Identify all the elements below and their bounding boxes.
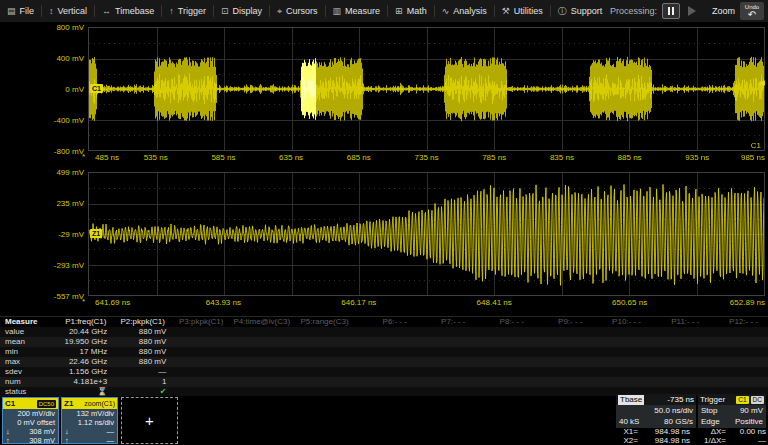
- measure-col-header-p10[interactable]: P10:- - -: [593, 317, 651, 327]
- tbase-chip: Tbase: [618, 395, 644, 405]
- c1-x-tick-label: 985 ns: [741, 153, 765, 162]
- menu-item-vertical[interactable]: ↕Vertical: [42, 0, 94, 22]
- processing-pause-button[interactable]: [662, 3, 680, 19]
- trigger-level: 90 mV: [740, 405, 763, 416]
- measure-value-cell: [413, 357, 472, 367]
- measure-col-header-p4[interactable]: P4:time@lv(C3): [233, 317, 300, 327]
- file-icon: ▤: [7, 6, 16, 16]
- z1-max-value: —: [107, 436, 115, 445]
- menu-item-display[interactable]: ⊡Display: [214, 0, 269, 22]
- undo-button[interactable]: Undo ↶: [740, 2, 764, 20]
- measure-value-cell: [591, 347, 650, 357]
- measure-value-cell: [176, 347, 235, 357]
- menu-item-math[interactable]: ⊞Math: [388, 0, 434, 22]
- menu-item-label: Cursors: [286, 6, 318, 16]
- measure-value-cell: [354, 377, 413, 387]
- z1-x-tick-label: 652.89 ns: [730, 298, 765, 307]
- z1-zoom-grid[interactable]: Z1: [88, 172, 765, 296]
- timebase-descriptor-box[interactable]: Tbase -735 ns 50.0 ns/div 40 kS80 GS/s: [616, 394, 696, 428]
- menu-item-label: Measure: [345, 6, 380, 16]
- measure-value-cell: [650, 357, 709, 367]
- c1-descriptor-box[interactable]: C1 DC50 200 mV/div 0 mV offset ↓308 mV ↑…: [2, 397, 59, 444]
- menu-bar: ▤File↕Vertical↔Timebase↑Trigger⊡Display⌖…: [0, 0, 768, 23]
- menu-item-file[interactable]: ▤File: [0, 0, 41, 22]
- measure-value-cell: [295, 367, 354, 377]
- measure-col-header-p9[interactable]: P9:- - -: [534, 317, 593, 327]
- measure-value-cell: [650, 377, 709, 387]
- trigger-level-marker[interactable]: ◀: [760, 79, 765, 86]
- measure-value-cell: [591, 377, 650, 387]
- z1-trace-canvas[interactable]: [89, 173, 764, 295]
- menu-item-label: Support: [571, 6, 603, 16]
- menu-item-trigger[interactable]: ↑Trigger: [162, 0, 213, 22]
- c1-channel-tag[interactable]: C1: [90, 84, 103, 93]
- measure-value-cell: 1.156 GHz: [58, 367, 117, 377]
- measure-value-cell: [295, 337, 354, 347]
- c1-x-tick-label: 535 ns: [144, 153, 168, 162]
- measure-value-cell: —: [117, 367, 176, 377]
- measure-value-cell: [709, 347, 768, 357]
- invdx-label: 1/ΔX=: [690, 437, 726, 445]
- measure-value-cell: 880 mV: [117, 337, 176, 347]
- measure-value-cell: [354, 357, 413, 367]
- measure-col-header-p6[interactable]: P6:- - -: [359, 317, 417, 327]
- tbase-rate: 80 GS/s: [664, 416, 693, 427]
- utilities-icon: ⚒: [502, 6, 510, 16]
- z1-x-tick-label: 643.93 ns: [206, 298, 241, 307]
- processing-play-button[interactable]: [688, 6, 696, 16]
- z1-vdiv: 132 mV/div: [62, 409, 117, 418]
- z1-channel-tag[interactable]: Z1: [90, 229, 102, 238]
- c1-x-tick-label: 685 ns: [347, 153, 371, 162]
- measure-value-cell: [472, 367, 531, 377]
- menu-item-utilities[interactable]: ⚒Utilities: [495, 0, 550, 22]
- analysis-icon: ∿: [442, 6, 450, 16]
- trigger-delay-marker: *: [82, 152, 85, 161]
- measure-row-label: value: [0, 327, 58, 337]
- z1-descriptor-box[interactable]: Z1 zoom(C1) 132 mV/div 1.12 ns/div ↓— ↑—: [61, 397, 118, 444]
- measure-value-cell: [531, 327, 590, 337]
- measure-col-header-p8[interactable]: P8:- - -: [476, 317, 534, 327]
- c1-waveform-grid[interactable]: C1 ◀ C1: [88, 27, 765, 151]
- menu-item-label: Vertical: [58, 6, 88, 16]
- tbase-samples: 40 kS: [619, 416, 639, 427]
- measure-col-header-p5[interactable]: P5:range(C3): [300, 317, 359, 327]
- c1-trace-canvas[interactable]: [89, 28, 764, 150]
- zoom-delay-marker: *: [82, 297, 85, 306]
- menu-item-timebase[interactable]: ↔Timebase: [95, 0, 161, 22]
- measure-value-cell: [472, 357, 531, 367]
- c1-x-tick-label: 935 ns: [685, 153, 709, 162]
- measure-row-label: mean: [0, 337, 58, 347]
- measure-value-cell: [591, 327, 650, 337]
- add-trace-button[interactable]: +: [121, 397, 178, 444]
- measure-value-cell: 880 mV: [117, 347, 176, 357]
- measure-row-label: min: [0, 347, 58, 357]
- measure-col-header-p1[interactable]: P1:freq(C1): [58, 317, 116, 327]
- measure-value-cell: [413, 347, 472, 357]
- menu-item-label: Analysis: [453, 6, 487, 16]
- measure-value-cell: [591, 367, 650, 377]
- menu-item-measure[interactable]: ▥Measure: [326, 0, 388, 22]
- measure-col-header-p2[interactable]: P2:pkpk(C1): [116, 317, 175, 327]
- z1-y-tick-label: -29 mV: [0, 230, 84, 239]
- measure-col-header-p12[interactable]: P12:- - -: [710, 317, 768, 327]
- display-icon: ⊡: [221, 6, 229, 16]
- trigger-descriptor-box[interactable]: Trigger C1 DC Stop90 mV EdgePositive: [698, 394, 766, 428]
- trigger-slope: Positive: [735, 416, 763, 427]
- measure-value-cell: [472, 347, 531, 357]
- status-bar: C1 DC50 200 mV/div 0 mV offset ↓308 mV ↑…: [0, 396, 768, 445]
- menu-item-cursors[interactable]: ⌖Cursors: [270, 0, 325, 22]
- status-pending-icon: ⌛: [97, 387, 107, 396]
- c1-x-tick-label: 735 ns: [414, 153, 438, 162]
- trigger-coupling-badge: DC: [751, 396, 764, 404]
- measure-col-header-p3[interactable]: P3:pkpk(C1): [175, 317, 233, 327]
- measure-value-cell: [295, 327, 354, 337]
- measure-value-cell: [709, 377, 768, 387]
- menu-item-analysis[interactable]: ∿Analysis: [435, 0, 494, 22]
- measure-col-header-p11[interactable]: P11:- - -: [651, 317, 710, 327]
- z1-descriptor-subtitle: zoom(C1): [84, 400, 115, 407]
- c1-min-value: 308 mV: [29, 427, 55, 436]
- measure-value-cell: [354, 327, 413, 337]
- measure-value-cell: [531, 337, 590, 347]
- measure-col-header-p7[interactable]: P7:- - -: [417, 317, 476, 327]
- menu-item-support[interactable]: ⓘSupport: [551, 0, 610, 22]
